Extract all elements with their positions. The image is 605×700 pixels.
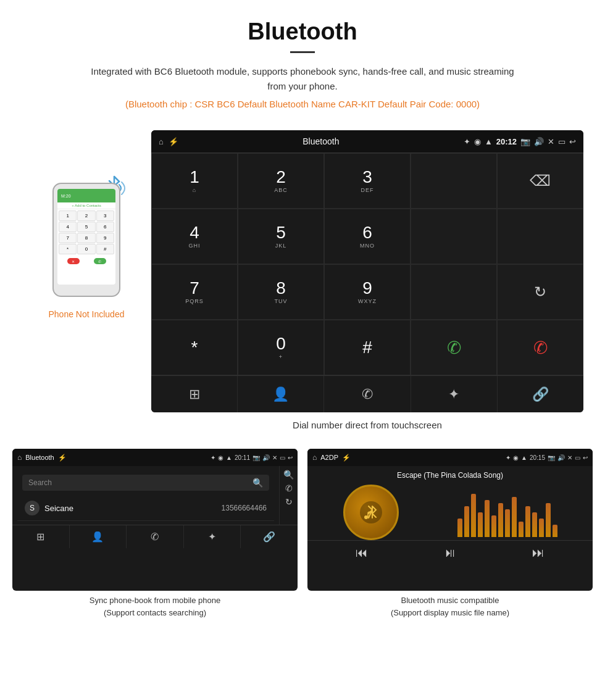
- pb-time: 20:11: [235, 454, 250, 461]
- tab-link[interactable]: 🔗: [498, 376, 583, 412]
- dial-key-7[interactable]: 7PQRS: [151, 264, 238, 320]
- back-icon[interactable]: ↩: [569, 137, 576, 146]
- main-tab-bar: ⊞ 👤 ✆ ✦ 🔗: [151, 375, 583, 412]
- home-icon[interactable]: ⌂: [159, 137, 164, 146]
- volume-icon[interactable]: 🔊: [534, 137, 544, 146]
- phonebook-search-placeholder: Search: [28, 478, 52, 487]
- tab-grid[interactable]: ⊞: [151, 376, 238, 412]
- main-screen-caption: Dial number direct from touchscreen: [151, 420, 583, 430]
- dial-key-4[interactable]: 4GHI: [151, 209, 238, 264]
- dial-end-button[interactable]: ✆: [497, 320, 583, 375]
- music-back-icon[interactable]: ↩: [583, 454, 588, 461]
- dial-key-1[interactable]: 1⌂: [151, 153, 238, 209]
- dial-key-2[interactable]: 2ABC: [238, 153, 324, 209]
- music-content: [307, 485, 593, 540]
- dial-delete-button[interactable]: ⌫: [497, 153, 583, 209]
- pb-usb-icon: ⚡: [58, 454, 67, 462]
- music-caption: Bluetooth music compatible (Support disp…: [307, 591, 593, 622]
- dial-key-star[interactable]: *: [151, 320, 238, 375]
- dial-call-button[interactable]: ✆: [411, 320, 497, 375]
- dial-grid: 1⌂ 2ABC 3DEF ⌫ 4GHI 5JKL: [151, 152, 583, 375]
- main-screen: ⌂ ⚡ Bluetooth ✦ ◉ ▲ 20:12 📷 🔊 ✕ ▭ ↩: [151, 130, 583, 412]
- dial-key-3[interactable]: 3DEF: [324, 153, 411, 209]
- search-icon: 🔍: [252, 478, 263, 488]
- music-song-title: Escape (The Pina Colada Song): [307, 466, 593, 485]
- page-title: Bluetooth: [12, 19, 593, 45]
- dial-key-8[interactable]: 8TUV: [238, 264, 324, 320]
- dial-empty-r3c4: [411, 264, 497, 320]
- music-equalizer: [457, 488, 557, 537]
- phonebook-status-bar: ⌂ Bluetooth ⚡ ✦ ◉ ▲ 20:11 📷 🔊 ✕ ▭ ↩: [12, 449, 298, 466]
- phonebook-right-icons: 🔍 ✆ ↻: [279, 466, 298, 525]
- pb-bt-icon: ✦: [211, 454, 215, 461]
- dial-key-hash[interactable]: #: [324, 320, 411, 375]
- pb-scr-icon[interactable]: ▭: [280, 454, 285, 461]
- music-cam-icon[interactable]: 📷: [548, 454, 555, 461]
- next-button[interactable]: ⏭: [532, 546, 544, 560]
- music-scr-icon[interactable]: ▭: [575, 454, 580, 461]
- status-title: Bluetooth: [302, 136, 339, 146]
- page-header: Bluetooth Integrated with BC6 Bluetooth …: [0, 0, 605, 130]
- music-loc-icon: ◉: [513, 454, 519, 461]
- dial-empty-r2c5: [497, 209, 583, 264]
- dial-refresh-button[interactable]: ↻: [497, 264, 583, 320]
- close-icon[interactable]: ✕: [548, 137, 554, 146]
- pb-vol-icon[interactable]: 🔊: [262, 454, 270, 461]
- camera-icon[interactable]: 📷: [520, 137, 530, 146]
- prev-button[interactable]: ⏮: [356, 546, 368, 560]
- pb-tab-bt[interactable]: ✦: [184, 525, 241, 548]
- pb-refresh-icon[interactable]: ↻: [283, 497, 294, 507]
- description-text: Integrated with BC6 Bluetooth module, su…: [86, 64, 519, 94]
- screen-icon[interactable]: ▭: [558, 137, 565, 146]
- contact-avatar: S: [25, 501, 40, 515]
- play-pause-button[interactable]: ⏯: [444, 546, 456, 560]
- pb-search-icon[interactable]: 🔍: [283, 470, 294, 480]
- phonebook-search-bar[interactable]: Search 🔍: [22, 475, 269, 491]
- music-x-icon[interactable]: ✕: [567, 454, 572, 461]
- music-bt-note-icon: [359, 500, 383, 525]
- tab-contacts[interactable]: 👤: [238, 376, 324, 412]
- music-usb-icon: ⚡: [342, 454, 351, 462]
- title-divider: [290, 51, 315, 53]
- dial-key-6[interactable]: 6MNO: [324, 209, 411, 264]
- music-screen-wrap: ⌂ A2DP ⚡ ✦ ◉ ▲ 20:15 📷 🔊 ✕ ▭ ↩ Escape (T: [307, 449, 593, 622]
- dial-empty-r2c4: [411, 209, 497, 264]
- pb-cam-icon[interactable]: 📷: [252, 454, 260, 461]
- dial-key-0[interactable]: 0+: [238, 320, 324, 375]
- dial-key-9[interactable]: 9WXYZ: [324, 264, 411, 320]
- music-screen: ⌂ A2DP ⚡ ✦ ◉ ▲ 20:15 📷 🔊 ✕ ▭ ↩ Escape (T: [307, 449, 593, 591]
- music-status-bar: ⌂ A2DP ⚡ ✦ ◉ ▲ 20:15 📷 🔊 ✕ ▭ ↩: [307, 449, 593, 466]
- tab-phone[interactable]: ✆: [324, 376, 411, 412]
- music-status-title: A2DP: [320, 454, 338, 461]
- contact-row[interactable]: S Seicane 13566664466: [17, 496, 274, 521]
- pb-call-icon[interactable]: ✆: [283, 483, 294, 493]
- music-time: 20:15: [530, 454, 545, 461]
- phone-graphic: M:20 + Add to Contacts 123 456 789 *0# ✕…: [52, 183, 120, 297]
- pb-tab-link[interactable]: 🔗: [241, 525, 298, 548]
- music-home-icon[interactable]: ⌂: [312, 453, 317, 462]
- spec-line: (Bluetooth chip : CSR BC6 Default Blueto…: [12, 99, 593, 109]
- pb-back-icon[interactable]: ↩: [288, 454, 293, 461]
- status-left: ⌂ ⚡: [159, 137, 178, 146]
- phonebook-screen-wrap: ⌂ Bluetooth ⚡ ✦ ◉ ▲ 20:11 📷 🔊 ✕ ▭ ↩: [12, 449, 298, 622]
- pb-tab-contacts[interactable]: 👤: [70, 525, 127, 548]
- usb-icon: ⚡: [169, 137, 178, 146]
- music-vol-icon[interactable]: 🔊: [557, 454, 565, 461]
- pb-home-icon[interactable]: ⌂: [17, 453, 22, 462]
- phone-not-included-label: Phone Not Included: [49, 309, 125, 319]
- location-icon: ◉: [474, 137, 481, 146]
- music-album-art: [343, 485, 399, 540]
- music-sig-icon: ▲: [521, 454, 527, 461]
- music-controls: ⏮ ⏯ ⏭: [307, 540, 593, 565]
- dial-key-5[interactable]: 5JKL: [238, 209, 324, 264]
- phone-column: M:20 + Add to Contacts 123 456 789 *0# ✕…: [22, 130, 151, 319]
- phonebook-caption: Sync phone-book from mobile phone (Suppo…: [12, 591, 298, 622]
- status-right: ✦ ◉ ▲ 20:12 📷 🔊 ✕ ▭ ↩: [464, 137, 576, 146]
- signal-icon: ▲: [485, 137, 493, 146]
- pb-tab-phone[interactable]: ✆: [127, 525, 184, 548]
- contact-number: 13566664466: [222, 504, 267, 512]
- pb-loc-icon: ◉: [218, 454, 223, 461]
- pb-tab-grid[interactable]: ⊞: [12, 525, 70, 548]
- tab-bluetooth[interactable]: ✦: [411, 376, 498, 412]
- pb-x-icon[interactable]: ✕: [272, 454, 277, 461]
